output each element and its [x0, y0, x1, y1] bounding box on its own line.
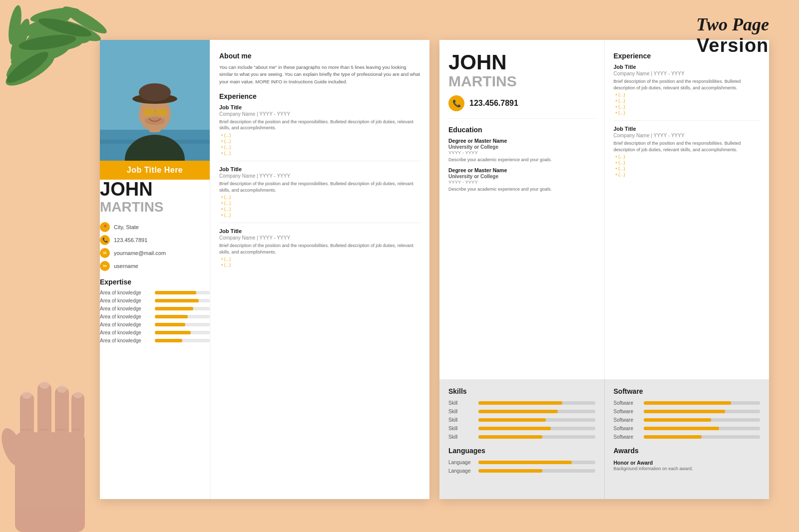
- bullet-p1-0-2: • (...): [219, 145, 420, 150]
- bullet-p2-1-2: • (...): [614, 166, 761, 171]
- exp-job-title-p1-0: Job Title: [219, 104, 420, 110]
- software-item-2: Software: [614, 417, 761, 423]
- language-item-1: Language: [448, 468, 595, 474]
- language-bar-track-1: [478, 469, 595, 473]
- expertise-bar-fill-0: [155, 291, 196, 294]
- exp-desc-p1-2: Brief description of the position and th…: [219, 243, 420, 255]
- skills-title: Skills: [448, 387, 595, 395]
- resume-page-2: JOHN MARTINS 📞 123.456.7891 Education De…: [439, 40, 769, 499]
- software-bar-fill-2: [644, 418, 711, 422]
- skill-item-2: Skill: [448, 417, 595, 423]
- expertise-bar-fill-4: [155, 323, 185, 326]
- software-item-0: Software: [614, 400, 761, 406]
- awards-list: Honor or Award Background information on…: [614, 460, 761, 472]
- page1-right-column: About me You can include "about me" in t…: [210, 40, 429, 499]
- svg-rect-15: [15, 432, 85, 532]
- edu-desc-1: Describe your academic experience and yo…: [448, 186, 595, 193]
- software-label-0: Software: [614, 400, 644, 406]
- edu-desc-0: Describe your academic experience and yo…: [448, 157, 595, 163]
- expertise-bar-track-1: [155, 299, 210, 302]
- software-bar-fill-3: [644, 427, 720, 430]
- software-label-1: Software: [614, 409, 644, 414]
- svg-point-27: [57, 385, 67, 393]
- expertise-item-5: Area of knowledge: [100, 330, 210, 335]
- software-bar-track-1: [644, 410, 761, 413]
- skill-label-4: Skill: [448, 434, 478, 440]
- language-bar-track-0: [478, 461, 595, 464]
- expertise-item-6: Area of knowledge: [100, 338, 210, 343]
- software-bar-fill-1: [644, 410, 725, 413]
- expertise-label-4: Area of knowledge: [100, 322, 155, 327]
- exp-item-p1-1: Job Title Company Name | YYYY - YYYY Bri…: [219, 166, 420, 223]
- bullet-p1-0-0: • (...): [219, 133, 420, 138]
- software-bar-track-3: [644, 427, 761, 430]
- skill-item-1: Skill: [448, 409, 595, 414]
- about-me-title: About me: [219, 52, 420, 60]
- skill-label-0: Skill: [448, 400, 478, 406]
- page2-bottom-right: Software Software Software Software Soft…: [604, 379, 770, 499]
- edu-school-0: University or College: [448, 144, 595, 150]
- hand-decoration: [0, 332, 100, 532]
- edu-degree-1: Degree or Master Name: [448, 167, 595, 173]
- expertise-item-4: Area of knowledge: [100, 322, 210, 327]
- exp-company-p1-0: Company Name | YYYY - YYYY: [219, 111, 420, 117]
- skill-bar-fill-0: [478, 401, 562, 405]
- svg-rect-18: [55, 386, 69, 440]
- education-list-p2: Degree or Master Name University or Coll…: [448, 138, 595, 192]
- software-label-3: Software: [614, 426, 644, 431]
- exp-item-p1-0: Job Title Company Name | YYYY - YYYY Bri…: [219, 104, 420, 161]
- expertise-label-3: Area of knowledge: [100, 314, 155, 319]
- page2-bottom-section: Skills Skill Skill Skill Skill Skill Lan…: [439, 379, 769, 499]
- expertise-bar-track-3: [155, 315, 210, 318]
- linkedin-icon: in: [100, 261, 110, 271]
- software-title: Software: [614, 387, 761, 395]
- software-list: Software Software Software Software Soft…: [614, 400, 761, 440]
- expertise-bar-fill-1: [155, 299, 199, 302]
- resume-page-1: Job Title Here JOHN MARTINS 📍 City, Stat…: [100, 40, 429, 499]
- award-title-0: Honor or Award: [614, 460, 761, 466]
- software-item-1: Software: [614, 409, 761, 414]
- software-bar-fill-0: [644, 401, 731, 405]
- phone-section-p2: 📞 123.456.7891: [448, 95, 595, 111]
- edu-school-1: University or College: [448, 174, 595, 179]
- skill-bar-track-3: [478, 427, 595, 430]
- bullet-p1-2-0: • (...): [219, 257, 420, 262]
- exp-desc-p2-0: Brief description of the position and th…: [614, 78, 761, 91]
- name-section-page1: JOHN MARTINS: [100, 180, 210, 215]
- awards-title: Awards: [614, 447, 761, 455]
- last-name-p2: MARTINS: [448, 73, 595, 89]
- expertise-list: Area of knowledge Area of knowledge Area…: [100, 290, 210, 343]
- bullet-p2-1-3: • (...): [614, 172, 761, 177]
- exp-desc-p2-1: Brief description of the position and th…: [614, 140, 761, 153]
- expertise-item-1: Area of knowledge: [100, 298, 210, 303]
- education-title-p2: Education: [448, 126, 595, 134]
- bullet-p1-1-3: • (...): [219, 213, 420, 218]
- svg-point-40: [145, 117, 165, 125]
- software-bar-track-2: [644, 418, 761, 422]
- svg-point-26: [39, 381, 49, 389]
- email-icon: ✉: [100, 248, 110, 258]
- bullet-p2-1-0: • (...): [614, 154, 761, 159]
- svg-point-25: [22, 391, 32, 399]
- contact-linkedin: in username: [100, 261, 210, 271]
- skill-bar-track-1: [478, 410, 595, 413]
- experience-title-p1: Experience: [219, 92, 420, 100]
- experience-list-p1: Job Title Company Name | YYYY - YYYY Bri…: [219, 104, 420, 268]
- bullet-p1-2-1: • (...): [219, 263, 420, 267]
- exp-company-p1-1: Company Name | YYYY - YYYY: [219, 173, 420, 179]
- contact-phone: 📞 123.456.7891: [100, 235, 210, 245]
- page1-left-column: Job Title Here JOHN MARTINS 📍 City, Stat…: [100, 40, 210, 499]
- skill-bar-track-4: [478, 435, 595, 439]
- plant-decoration: [0, 0, 110, 100]
- exp-company-p1-2: Company Name | YYYY - YYYY: [219, 235, 420, 241]
- page1-layout: Job Title Here JOHN MARTINS 📍 City, Stat…: [100, 40, 429, 499]
- expertise-bar-track-4: [155, 323, 210, 326]
- software-label-4: Software: [614, 434, 644, 440]
- email-text: yourname@mail.com: [114, 250, 166, 256]
- language-bar-fill-1: [478, 469, 542, 473]
- skill-label-1: Skill: [448, 409, 478, 414]
- expertise-item-0: Area of knowledge: [100, 290, 210, 295]
- experience-list-p2: Job Title Company Name | YYYY - YYYY Bri…: [614, 64, 761, 177]
- skill-bar-fill-4: [478, 435, 542, 439]
- bullet-p1-1-1: • (...): [219, 201, 420, 206]
